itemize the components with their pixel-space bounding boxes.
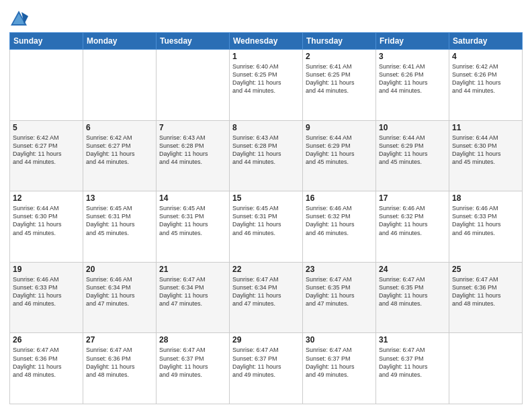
day-number: 9 [306,123,373,132]
calendar-cell: 9Sunrise: 6:44 AM Sunset: 6:29 PM Daylig… [303,120,376,191]
weekday-header-sunday: Sunday [10,33,83,50]
calendar-cell: 8Sunrise: 6:43 AM Sunset: 6:28 PM Daylig… [230,120,303,191]
page: SundayMondayTuesdayWednesdayThursdayFrid… [0,0,532,411]
calendar-cell: 19Sunrise: 6:46 AM Sunset: 6:33 PM Dayli… [10,262,83,333]
weekday-header-row: SundayMondayTuesdayWednesdayThursdayFrid… [10,33,523,50]
day-number: 20 [86,265,153,274]
day-info: Sunrise: 6:44 AM Sunset: 6:30 PM Dayligh… [452,134,519,167]
calendar-cell [83,50,157,121]
calendar-cell: 5Sunrise: 6:42 AM Sunset: 6:27 PM Daylig… [10,120,83,191]
day-number: 3 [379,52,446,61]
day-info: Sunrise: 6:41 AM Sunset: 6:26 PM Dayligh… [379,62,446,95]
day-info: Sunrise: 6:41 AM Sunset: 6:25 PM Dayligh… [306,62,373,95]
calendar-cell: 23Sunrise: 6:47 AM Sunset: 6:35 PM Dayli… [303,262,376,333]
day-number: 10 [379,123,446,132]
day-number: 1 [232,52,300,61]
day-number: 22 [232,265,300,274]
calendar-cell: 12Sunrise: 6:44 AM Sunset: 6:30 PM Dayli… [10,191,83,263]
calendar-cell: 13Sunrise: 6:45 AM Sunset: 6:31 PM Dayli… [83,191,157,263]
calendar-table: SundayMondayTuesdayWednesdayThursdayFrid… [9,32,523,404]
day-info: Sunrise: 6:40 AM Sunset: 6:25 PM Dayligh… [232,62,300,95]
day-info: Sunrise: 6:47 AM Sunset: 6:37 PM Dayligh… [232,346,300,379]
day-info: Sunrise: 6:47 AM Sunset: 6:34 PM Dayligh… [159,275,226,308]
calendar-cell: 17Sunrise: 6:46 AM Sunset: 6:32 PM Dayli… [376,191,449,263]
calendar-cell: 28Sunrise: 6:47 AM Sunset: 6:37 PM Dayli… [157,333,230,404]
day-info: Sunrise: 6:47 AM Sunset: 6:36 PM Dayligh… [86,346,153,379]
logo [9,9,31,28]
day-number: 16 [306,193,373,203]
calendar-cell [10,50,83,121]
logo-icon [9,9,28,28]
calendar-cell: 25Sunrise: 6:47 AM Sunset: 6:36 PM Dayli… [449,262,523,333]
day-info: Sunrise: 6:42 AM Sunset: 6:27 PM Dayligh… [86,134,153,167]
day-number: 23 [306,265,373,274]
day-number: 2 [306,52,373,61]
day-info: Sunrise: 6:47 AM Sunset: 6:35 PM Dayligh… [306,275,373,308]
day-info: Sunrise: 6:47 AM Sunset: 6:37 PM Dayligh… [159,346,226,379]
day-number: 31 [379,335,446,345]
day-info: Sunrise: 6:43 AM Sunset: 6:28 PM Dayligh… [232,134,300,167]
week-row-2: 12Sunrise: 6:44 AM Sunset: 6:30 PM Dayli… [10,191,523,263]
calendar-cell: 2Sunrise: 6:41 AM Sunset: 6:25 PM Daylig… [303,50,376,121]
calendar-cell: 30Sunrise: 6:47 AM Sunset: 6:37 PM Dayli… [303,333,376,404]
day-number: 21 [159,265,226,274]
calendar-cell: 10Sunrise: 6:44 AM Sunset: 6:29 PM Dayli… [376,120,449,191]
calendar-cell: 26Sunrise: 6:47 AM Sunset: 6:36 PM Dayli… [10,333,83,404]
day-info: Sunrise: 6:46 AM Sunset: 6:32 PM Dayligh… [306,204,373,237]
day-info: Sunrise: 6:47 AM Sunset: 6:35 PM Dayligh… [379,275,446,308]
calendar-cell [157,50,230,121]
day-info: Sunrise: 6:42 AM Sunset: 6:27 PM Dayligh… [13,134,80,167]
day-number: 24 [379,265,446,274]
day-number: 19 [13,265,80,274]
calendar-cell: 29Sunrise: 6:47 AM Sunset: 6:37 PM Dayli… [230,333,303,404]
day-number: 6 [86,123,153,132]
calendar-cell: 7Sunrise: 6:43 AM Sunset: 6:28 PM Daylig… [157,120,230,191]
day-number: 14 [159,193,226,203]
week-row-3: 19Sunrise: 6:46 AM Sunset: 6:33 PM Dayli… [10,262,523,333]
week-row-0: 1Sunrise: 6:40 AM Sunset: 6:25 PM Daylig… [10,50,523,121]
day-info: Sunrise: 6:46 AM Sunset: 6:33 PM Dayligh… [452,204,519,237]
weekday-header-wednesday: Wednesday [230,33,303,50]
day-info: Sunrise: 6:46 AM Sunset: 6:34 PM Dayligh… [86,275,153,308]
day-info: Sunrise: 6:47 AM Sunset: 6:37 PM Dayligh… [306,346,373,379]
calendar-cell: 22Sunrise: 6:47 AM Sunset: 6:34 PM Dayli… [230,262,303,333]
day-number: 5 [13,123,80,132]
day-info: Sunrise: 6:47 AM Sunset: 6:37 PM Dayligh… [379,346,446,379]
day-number: 13 [86,193,153,203]
day-info: Sunrise: 6:44 AM Sunset: 6:30 PM Dayligh… [13,204,80,237]
day-number: 4 [452,52,519,61]
weekday-header-monday: Monday [83,33,157,50]
week-row-1: 5Sunrise: 6:42 AM Sunset: 6:27 PM Daylig… [10,120,523,191]
day-info: Sunrise: 6:46 AM Sunset: 6:33 PM Dayligh… [13,275,80,308]
day-info: Sunrise: 6:42 AM Sunset: 6:26 PM Dayligh… [452,62,519,95]
day-info: Sunrise: 6:44 AM Sunset: 6:29 PM Dayligh… [379,134,446,167]
calendar-cell: 18Sunrise: 6:46 AM Sunset: 6:33 PM Dayli… [449,191,523,263]
day-info: Sunrise: 6:45 AM Sunset: 6:31 PM Dayligh… [86,204,153,237]
day-number: 7 [159,123,226,132]
day-number: 28 [159,335,226,345]
day-number: 8 [232,123,300,132]
day-info: Sunrise: 6:47 AM Sunset: 6:36 PM Dayligh… [452,275,519,308]
header [9,7,523,28]
day-number: 26 [13,335,80,345]
calendar-cell: 15Sunrise: 6:45 AM Sunset: 6:31 PM Dayli… [230,191,303,263]
calendar-cell: 14Sunrise: 6:45 AM Sunset: 6:31 PM Dayli… [157,191,230,263]
calendar-cell: 4Sunrise: 6:42 AM Sunset: 6:26 PM Daylig… [449,50,523,121]
day-info: Sunrise: 6:45 AM Sunset: 6:31 PM Dayligh… [232,204,300,237]
day-number: 29 [232,335,300,345]
calendar-cell [449,333,523,404]
weekday-header-friday: Friday [376,33,449,50]
calendar-cell: 24Sunrise: 6:47 AM Sunset: 6:35 PM Dayli… [376,262,449,333]
day-info: Sunrise: 6:43 AM Sunset: 6:28 PM Dayligh… [159,134,226,167]
day-info: Sunrise: 6:45 AM Sunset: 6:31 PM Dayligh… [159,204,226,237]
calendar-cell: 21Sunrise: 6:47 AM Sunset: 6:34 PM Dayli… [157,262,230,333]
day-number: 27 [86,335,153,345]
day-info: Sunrise: 6:47 AM Sunset: 6:36 PM Dayligh… [13,346,80,379]
calendar-cell: 31Sunrise: 6:47 AM Sunset: 6:37 PM Dayli… [376,333,449,404]
calendar-cell: 11Sunrise: 6:44 AM Sunset: 6:30 PM Dayli… [449,120,523,191]
weekday-header-tuesday: Tuesday [157,33,230,50]
day-info: Sunrise: 6:47 AM Sunset: 6:34 PM Dayligh… [232,275,300,308]
day-number: 12 [13,193,80,203]
day-info: Sunrise: 6:46 AM Sunset: 6:32 PM Dayligh… [379,204,446,237]
day-number: 30 [306,335,373,345]
